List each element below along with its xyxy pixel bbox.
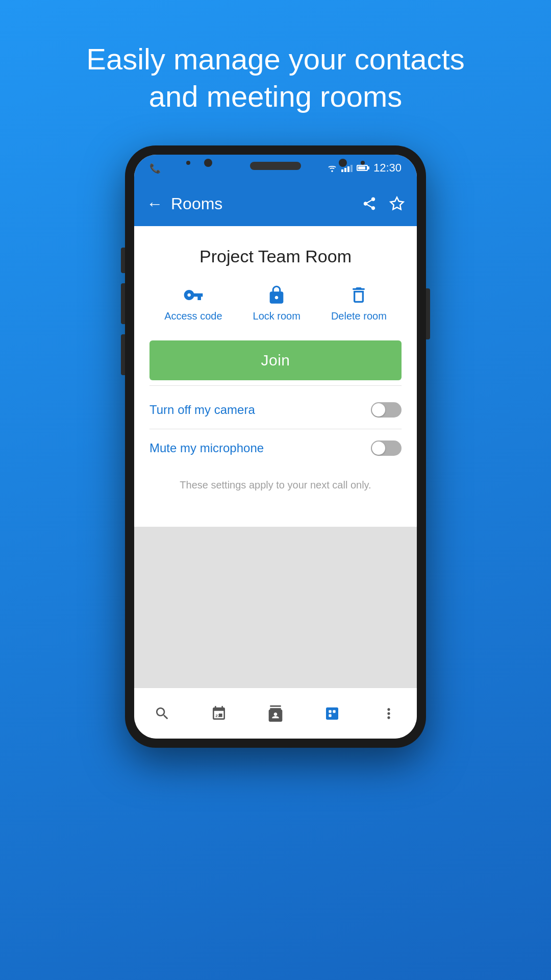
nav-contacts[interactable] [267,705,284,722]
svg-rect-4 [329,714,331,717]
wifi-icon [327,164,337,172]
nav-search[interactable] [154,705,170,722]
bottom-nav: 27 [134,688,417,739]
phone-dot-left [186,161,190,165]
lock-room-label: Lock room [253,310,300,322]
access-code-action[interactable]: Access code [164,285,222,322]
app-bar-title: Rooms [171,194,362,213]
search-icon [154,705,170,722]
star-icon[interactable] [389,196,405,211]
trash-icon [348,285,369,305]
phone-dot-right [361,161,365,165]
back-button[interactable]: ← [146,194,163,213]
svg-rect-1 [326,707,338,720]
app-bar: ← Rooms [134,181,417,226]
share-icon[interactable] [362,196,377,211]
status-bar-left: 📞 [149,162,161,174]
settings-note: These settings apply to your next call o… [149,467,402,506]
join-button[interactable]: Join [149,340,402,380]
phone-camera-right [339,159,347,167]
microphone-toggle-row: Mute my microphone [149,429,402,467]
white-card: Project Team Room Access code [134,226,417,527]
phone-body: 📞 [125,145,426,748]
access-code-label: Access code [164,310,222,322]
microphone-toggle[interactable] [371,440,402,456]
camera-toggle-row: Turn off my camera [149,391,402,429]
rooms-icon [324,705,340,722]
headline-line2: and meeting rooms [86,78,464,115]
delete-room-action[interactable]: Delete room [331,285,387,322]
headline: Easily manage your contacts and meeting … [45,0,505,145]
lock-icon [266,285,287,305]
svg-rect-3 [333,710,335,713]
phone-speaker [250,162,301,170]
svg-text:27: 27 [216,713,220,718]
more-icon [381,705,397,722]
app-bar-actions [362,196,405,211]
calendar-icon: 27 [211,705,227,722]
nav-calendar[interactable]: 27 [211,705,227,722]
headline-line1: Easily manage your contacts [86,41,464,78]
status-time: 12:30 [373,161,402,175]
key-icon [183,285,204,305]
svg-rect-2 [329,710,331,713]
volume-button-top [121,248,125,273]
nav-rooms[interactable] [324,705,340,722]
microphone-label: Mute my microphone [149,441,264,455]
phone-status-icon: 📞 [149,163,161,174]
camera-toggle[interactable] [371,402,402,418]
phone-camera-left [204,159,212,167]
nav-more[interactable] [381,705,397,722]
battery-icon [357,165,369,171]
lock-room-action[interactable]: Lock room [253,285,300,322]
camera-label: Turn off my camera [149,403,255,417]
volume-button-mid [121,283,125,324]
power-button [426,288,430,339]
divider-after-join [149,385,402,386]
contacts-icon [267,705,284,722]
delete-room-label: Delete room [331,310,387,322]
volume-button-mid2 [121,334,125,375]
gray-area [134,527,417,688]
action-icons-row: Access code Lock room [149,285,402,322]
phone-screen: 📞 [134,155,417,739]
room-title: Project Team Room [149,247,402,266]
content-area: Project Team Room Access code [134,226,417,739]
phone-mockup: 📞 [122,145,429,980]
